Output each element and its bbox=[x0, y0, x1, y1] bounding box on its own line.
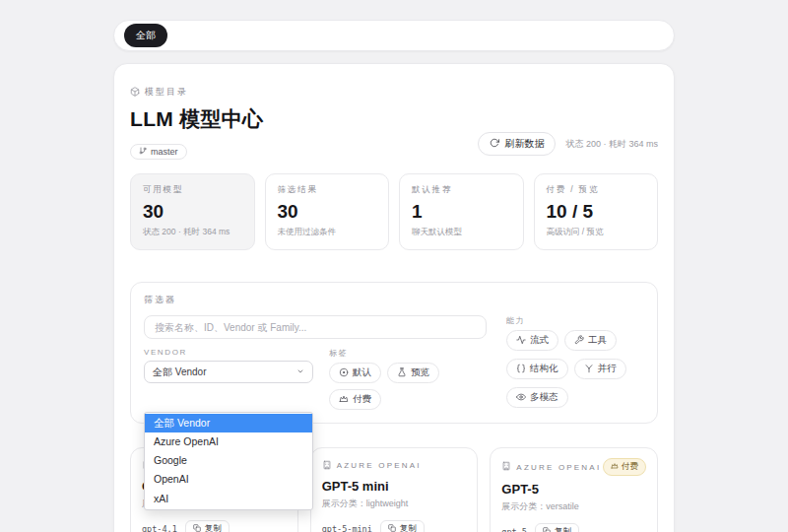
branch-badge: master bbox=[130, 144, 187, 160]
copy-icon bbox=[388, 524, 396, 532]
vendor-option-all[interactable]: 全部 Vendor bbox=[145, 414, 312, 432]
filters-title: 筛选器 bbox=[144, 294, 644, 306]
vendor-option-xai[interactable]: xAI bbox=[145, 490, 312, 508]
tags-label: 标签 bbox=[329, 348, 487, 359]
target-icon bbox=[339, 367, 349, 379]
model-vendor: AZURE OPENAI bbox=[501, 461, 601, 473]
vendor-filter: VENDOR 全部 Vendor 全部 Vendor Azure OpenAI … bbox=[144, 348, 313, 410]
vendor-option-openai[interactable]: OpenAI bbox=[145, 470, 312, 489]
stat-label: 付费 / 预览 bbox=[547, 184, 646, 196]
tags-chips: 默认 预览 付费 bbox=[329, 363, 487, 410]
capability-chip-label: 结构化 bbox=[530, 363, 558, 375]
building-icon bbox=[501, 461, 511, 473]
paid-badge: 付费 bbox=[603, 458, 646, 476]
vendor-tags-row: VENDOR 全部 Vendor 全部 Vendor Azure OpenAI … bbox=[144, 348, 487, 410]
model-id: gpt-5 bbox=[501, 527, 527, 532]
filters-section: 筛选器 VENDOR 全部 Vendor 全部 Ve bbox=[130, 282, 658, 424]
fork-icon bbox=[584, 364, 594, 375]
crown-icon bbox=[339, 394, 349, 406]
stat-label: 默认推荐 bbox=[412, 184, 511, 196]
cube-icon bbox=[130, 87, 140, 99]
copy-button[interactable]: 复制 bbox=[380, 520, 425, 532]
catalog-eyebrow: 模型目录 bbox=[130, 86, 263, 99]
copy-button[interactable]: 复制 bbox=[185, 520, 230, 532]
activity-icon bbox=[516, 335, 526, 347]
model-vendor-name: AZURE OPENAI bbox=[337, 461, 422, 470]
stat-value: 10 / 5 bbox=[547, 201, 646, 223]
chevron-down-icon bbox=[296, 366, 304, 377]
capability-chip-tools[interactable]: 工具 bbox=[564, 330, 617, 351]
capabilities-filter: 能力 流式 工具 结构化 bbox=[506, 315, 644, 410]
main-panel: 模型目录 LLM 模型中心 master 刷新数据 状态 200 · 耗时 36… bbox=[113, 63, 675, 532]
vendor-dropdown: 全部 Vendor Azure OpenAI Google OpenAI xAI bbox=[144, 412, 313, 510]
refresh-label: 刷新数据 bbox=[504, 137, 544, 151]
stat-caption: 高级访问 / 预览 bbox=[547, 227, 646, 238]
refresh-button[interactable]: 刷新数据 bbox=[478, 132, 556, 156]
tag-chip-label: 付费 bbox=[353, 393, 371, 406]
capability-chip-streaming[interactable]: 流式 bbox=[506, 330, 558, 351]
wrench-icon bbox=[574, 335, 584, 347]
crown-icon bbox=[611, 462, 619, 472]
model-vendor-row: AZURE OPENAI 付费 bbox=[501, 458, 646, 476]
header-right: 刷新数据 状态 200 · 耗时 364 ms bbox=[478, 132, 658, 160]
tag-chip-preview[interactable]: 预览 bbox=[387, 363, 439, 383]
model-id: gpt-4.1 bbox=[142, 524, 177, 532]
stat-caption: 聊天默认模型 bbox=[412, 227, 511, 238]
model-id-row: gpt-4.1 复制 bbox=[142, 520, 287, 532]
vendor-option-google[interactable]: Google bbox=[145, 451, 312, 470]
eye-icon bbox=[516, 392, 526, 404]
tag-chip-paid[interactable]: 付费 bbox=[329, 389, 381, 410]
api-status-text: 状态 200 · 耗时 364 ms bbox=[565, 138, 658, 151]
tag-chip-label: 预览 bbox=[411, 366, 429, 379]
copy-label: 复制 bbox=[400, 523, 417, 532]
vendor-select[interactable]: 全部 Vendor bbox=[144, 361, 313, 383]
copy-button[interactable]: 复制 bbox=[535, 523, 579, 532]
filters-grid: VENDOR 全部 Vendor 全部 Vendor Azure OpenAI … bbox=[144, 315, 644, 410]
stat-card-filtered[interactable]: 筛选结果 30 未使用过滤条件 bbox=[265, 173, 390, 250]
capability-chip-label: 并行 bbox=[598, 363, 617, 375]
stat-card-paid-preview[interactable]: 付费 / 预览 10 / 5 高级访问 / 预览 bbox=[534, 173, 659, 250]
stats-row: 可用模型 30 状态 200 · 耗时 364 ms 筛选结果 30 未使用过滤… bbox=[130, 173, 658, 250]
search-input[interactable] bbox=[144, 315, 487, 339]
building-icon bbox=[322, 460, 332, 472]
copy-label: 复制 bbox=[205, 523, 222, 532]
capability-chip-structured[interactable]: 结构化 bbox=[506, 359, 568, 379]
model-category-value: versatile bbox=[546, 501, 579, 511]
page-wrapper: 全部 模型目录 LLM 模型中心 master 刷新数据 bbox=[113, 20, 675, 532]
model-vendor: AZURE OPENAI bbox=[322, 460, 422, 472]
git-branch-icon bbox=[139, 147, 147, 157]
tag-chip-label: 默认 bbox=[353, 366, 371, 379]
stat-value: 1 bbox=[412, 201, 511, 223]
top-tab-bar: 全部 bbox=[113, 20, 675, 51]
tag-chip-default[interactable]: 默认 bbox=[329, 363, 381, 383]
model-category-label: 展示分类： bbox=[322, 499, 366, 508]
capability-chip-multimodal[interactable]: 多模态 bbox=[506, 387, 568, 408]
model-id-row: gpt-5 复制 bbox=[501, 523, 646, 532]
model-id-row: gpt-5-mini 复制 bbox=[322, 520, 467, 532]
model-name: GPT-5 mini bbox=[322, 479, 467, 494]
stat-label: 可用模型 bbox=[143, 184, 242, 196]
model-category-label: 展示分类： bbox=[501, 501, 546, 511]
model-category-value: lightweight bbox=[366, 499, 409, 508]
braces-icon bbox=[516, 364, 526, 375]
capability-chip-label: 流式 bbox=[530, 334, 549, 347]
model-vendor-row: AZURE OPENAI bbox=[322, 458, 467, 473]
vendor-option-azure-openai[interactable]: Azure OpenAI bbox=[145, 432, 312, 451]
stat-card-available[interactable]: 可用模型 30 状态 200 · 耗时 364 ms bbox=[130, 173, 255, 250]
model-id: gpt-5-mini bbox=[322, 524, 372, 532]
page-title: LLM 模型中心 bbox=[130, 105, 263, 133]
paid-badge-label: 付费 bbox=[622, 461, 638, 473]
capability-chip-parallel[interactable]: 并行 bbox=[574, 359, 626, 379]
stat-caption: 状态 200 · 耗时 364 ms bbox=[143, 227, 242, 238]
capabilities-chips: 流式 工具 结构化 并行 bbox=[506, 330, 644, 410]
tab-all[interactable]: 全部 bbox=[124, 24, 167, 47]
vendor-select-value: 全部 Vendor bbox=[153, 366, 206, 379]
stat-card-default[interactable]: 默认推荐 1 聊天默认模型 bbox=[399, 173, 524, 250]
filters-left: VENDOR 全部 Vendor 全部 Vendor Azure OpenAI … bbox=[144, 315, 487, 410]
stat-label: 筛选结果 bbox=[278, 184, 377, 196]
catalog-label: 模型目录 bbox=[145, 86, 188, 99]
copy-icon bbox=[193, 524, 201, 532]
model-card-gpt-5-mini[interactable]: AZURE OPENAI GPT-5 mini 展示分类：lightweight… bbox=[310, 447, 479, 532]
flask-icon bbox=[397, 367, 407, 379]
model-card-gpt-5[interactable]: AZURE OPENAI 付费 GPT-5 展示分类：versatile gpt… bbox=[490, 447, 658, 532]
